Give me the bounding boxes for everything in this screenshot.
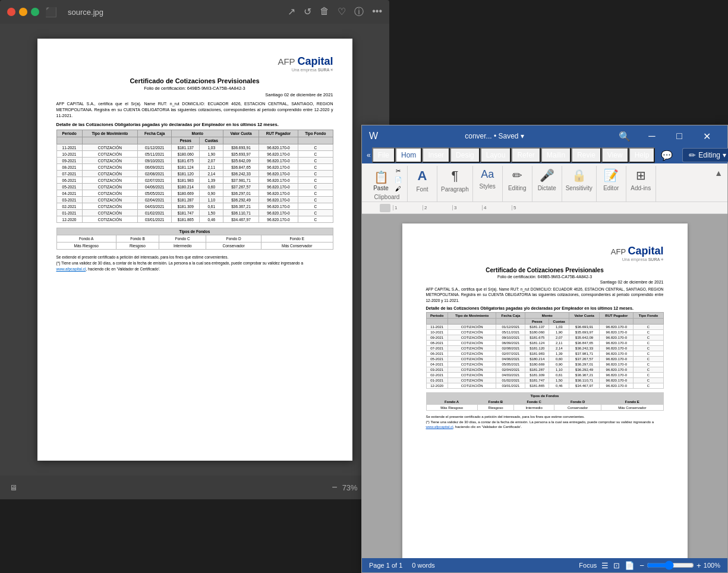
rotate-icon[interactable]: ↺ bbox=[304, 6, 311, 18]
editor-icon: 📝 bbox=[604, 168, 619, 182]
table-row: 07-2021COTIZACIÓN02/08/2021$181.1202,14$… bbox=[426, 346, 663, 351]
menu-item-hom[interactable]: Hom bbox=[395, 147, 422, 163]
cut-btn[interactable]: ✂ bbox=[393, 167, 404, 175]
sura-text: Una empresa SURA☀ bbox=[56, 68, 333, 73]
col-tipo: Tipo de Movimiento bbox=[82, 130, 138, 137]
heart-icon[interactable]: ♡ bbox=[338, 6, 346, 18]
close-button[interactable] bbox=[7, 8, 15, 16]
statusbar-right: Focus ☰ ⊡ 📄 − + 100% bbox=[579, 561, 720, 570]
more-icon[interactable]: ••• bbox=[372, 6, 382, 18]
styles-icon: Aa bbox=[481, 168, 494, 181]
word-minimize-btn[interactable]: ─ bbox=[638, 125, 666, 147]
zoom-out-btn[interactable]: − bbox=[332, 482, 337, 493]
editing-label: Editing bbox=[698, 151, 720, 159]
table-row: 11-2021COTIZACIÓN01/12/2021$181.1371,03$… bbox=[56, 144, 333, 151]
minimize-button[interactable] bbox=[19, 8, 27, 16]
editor-label: Editor bbox=[603, 185, 619, 191]
footer-link[interactable]: www.afpcapital.cl bbox=[56, 267, 86, 271]
delete-icon[interactable]: 🗑 bbox=[320, 6, 329, 18]
addins-btn[interactable]: ⊞ bbox=[630, 167, 651, 184]
w-col-tipo: Tipo de Movimiento bbox=[447, 313, 496, 319]
info-icon[interactable]: ⓘ bbox=[354, 6, 364, 18]
menu-item-layou[interactable]: Layou bbox=[480, 147, 512, 163]
word-table-body: 11-2021COTIZACIÓN01/12/2021$181.1371,03$… bbox=[426, 325, 663, 389]
word-titlebar: W conver... • Saved ▾ 🔍 ─ □ ✕ bbox=[362, 125, 727, 147]
addins-group: ⊞ Add-ins bbox=[626, 166, 656, 202]
menu-item-help[interactable]: Help bbox=[629, 147, 655, 163]
doc-name: conver... • Saved bbox=[465, 132, 518, 140]
sensitivity-btn[interactable]: 🔒 bbox=[568, 167, 590, 184]
word-search-btn[interactable]: 🔍 bbox=[611, 125, 638, 147]
addins-label: Add-ins bbox=[631, 185, 651, 191]
dictate-btn[interactable]: 🎤 bbox=[536, 167, 557, 184]
table-row: 07-2021COTIZACIÓN02/08/2021$181.1202,14$… bbox=[56, 171, 333, 177]
layout-btn1[interactable]: ☰ bbox=[601, 561, 609, 570]
table-row: 01-2021COTIZACIÓN01/02/2021$181.7471,50$… bbox=[56, 210, 333, 216]
menu-item-refer[interactable]: Refer bbox=[511, 147, 540, 163]
focus-btn[interactable]: Focus bbox=[579, 562, 597, 569]
zoom-in-word[interactable]: + bbox=[697, 561, 701, 570]
col-fondo: Tipo Fondo bbox=[298, 130, 333, 137]
footer-line1: Se extiende el presente certificado a pe… bbox=[56, 254, 333, 260]
w-col-valor: Valor Cuota bbox=[569, 313, 600, 319]
table-row: 10-2021COTIZACIÓN05/11/2021$180.0601,90$… bbox=[56, 151, 333, 158]
editing-dropdown[interactable]: ✏ Editing ▾ bbox=[682, 148, 728, 162]
font-btn[interactable]: A bbox=[412, 167, 433, 185]
word-title: conver... • Saved ▾ bbox=[383, 132, 606, 140]
paste-btn[interactable]: 📋 Paste bbox=[370, 169, 392, 193]
expand-ribbon-btn[interactable]: ▲ bbox=[714, 168, 723, 178]
doc-date: Santiago 02 de diciembre de 2021 bbox=[56, 92, 333, 97]
table-row: 03-2021COTIZACIÓN02/04/2021$181.2871,10$… bbox=[426, 367, 663, 373]
viewer-toolbar: ↗ ↺ 🗑 ♡ ⓘ ••• bbox=[288, 6, 382, 18]
viewer-title: source.jpg bbox=[68, 8, 103, 17]
w-col-periodo: Periodo bbox=[426, 313, 447, 319]
ruler-2: 2 bbox=[423, 205, 452, 210]
doc-title: Certificado de Cotizaciones Previsionale… bbox=[56, 77, 333, 84]
word-afp-text: AFP bbox=[611, 247, 628, 256]
table-row: 04-2021COTIZACIÓN05/05/2021$180.6690,90$… bbox=[56, 190, 333, 197]
word-restore-btn[interactable]: □ bbox=[666, 125, 693, 147]
editor-btns: 📝 bbox=[600, 167, 622, 184]
layout-btn2[interactable]: ⊡ bbox=[613, 561, 620, 570]
share-icon[interactable]: ↗ bbox=[288, 6, 295, 18]
menu-item-file[interactable]: File bbox=[372, 147, 395, 163]
styles-btns: Aa bbox=[477, 167, 498, 182]
menu-item-inser[interactable]: Inser bbox=[422, 147, 450, 163]
zoom-section: − + 100% bbox=[639, 561, 720, 570]
editor-btn[interactable]: 📝 bbox=[600, 167, 622, 184]
word-cotizaciones-table: Periodo Tipo de Movimiento Fecha Caja Mo… bbox=[426, 312, 664, 389]
saved-dropdown[interactable]: ▾ bbox=[521, 132, 524, 140]
comment-btn[interactable]: 💬 bbox=[656, 147, 677, 163]
window-controls bbox=[7, 8, 39, 16]
word-fondos-names: Fondo AFondo BFondo CFondo DFondo E bbox=[426, 399, 663, 405]
clipboard-label: Clipboard bbox=[374, 194, 400, 200]
menu-item-revie[interactable]: Revie bbox=[571, 147, 601, 163]
styles-btn[interactable]: Aa bbox=[477, 167, 498, 182]
format-painter-btn[interactable]: 🖌 bbox=[393, 185, 404, 193]
footer-line2: (*) Tiene una validez de 30 días, a cont… bbox=[56, 260, 333, 272]
zoom-slider[interactable] bbox=[647, 561, 694, 570]
zoom-out-word[interactable]: − bbox=[639, 561, 644, 570]
collapse-ribbon-btn[interactable]: « bbox=[367, 149, 371, 161]
word-doc-area[interactable]: AFP Capital Una empresa SURA☀ Certificad… bbox=[362, 214, 727, 558]
menu-item-mailin[interactable]: Mailin bbox=[541, 147, 571, 163]
paragraph-btn[interactable]: ¶ bbox=[444, 167, 465, 185]
sensitivity-label: Sensitivity bbox=[566, 185, 593, 191]
copy-btn[interactable]: 📄 bbox=[393, 176, 404, 184]
editor-group: 📝 Editor bbox=[597, 166, 626, 202]
menu-item-view[interactable]: View bbox=[601, 147, 629, 163]
fondos-title: Tipos de Fondos bbox=[56, 228, 333, 235]
sensitivity-icon: 🔒 bbox=[572, 168, 587, 182]
editing-ribbon-btn[interactable]: ✏ bbox=[506, 167, 528, 184]
word-close-btn[interactable]: ✕ bbox=[693, 125, 720, 147]
menu-item-desig[interactable]: Desig bbox=[450, 147, 480, 163]
ruler-3: 3 bbox=[452, 205, 482, 210]
word-footer-link[interactable]: www.afpcapital.cl bbox=[426, 425, 453, 429]
layout-btn3[interactable]: 📄 bbox=[625, 561, 635, 570]
table-body: 11-2021COTIZACIÓN01/12/2021$181.1371,03$… bbox=[56, 144, 333, 223]
maximize-button[interactable] bbox=[31, 8, 39, 16]
afp-text: AFP bbox=[278, 56, 297, 67]
doc-folio: Folio de certificación: 649B5-9MI3-CA75B… bbox=[56, 86, 333, 91]
word-cert-date: Santiago 02 de diciembre de 2021 bbox=[426, 280, 664, 284]
editing-btns: ✏ bbox=[506, 167, 528, 184]
